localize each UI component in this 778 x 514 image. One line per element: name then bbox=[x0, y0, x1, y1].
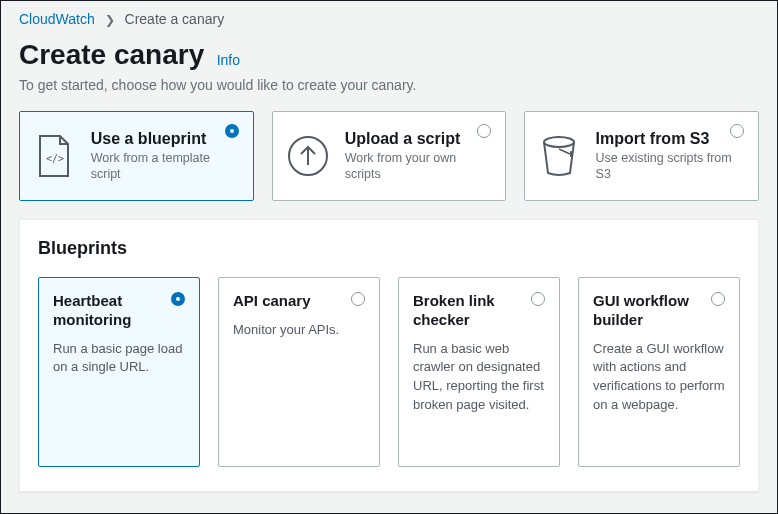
radio-icon bbox=[171, 292, 185, 306]
method-card-title: Use a blueprint bbox=[91, 130, 239, 148]
method-card-title: Import from S3 bbox=[596, 130, 744, 148]
svg-point-2 bbox=[544, 137, 574, 147]
blueprint-desc: Run a basic web crawler on designated UR… bbox=[413, 340, 545, 415]
method-card-text: Import from S3 Use existing scripts from… bbox=[596, 130, 744, 183]
upload-arrow-icon bbox=[287, 135, 329, 177]
breadcrumb-current: Create a canary bbox=[125, 11, 225, 27]
blueprint-title: GUI workflow builder bbox=[593, 292, 725, 330]
info-link[interactable]: Info bbox=[217, 52, 240, 68]
blueprint-card-api[interactable]: API canary Monitor your APIs. bbox=[218, 277, 380, 467]
page-subtitle: To get started, choose how you would lik… bbox=[19, 77, 759, 93]
blueprint-title: Broken link checker bbox=[413, 292, 545, 330]
chevron-right-icon: ❯ bbox=[105, 13, 115, 27]
blueprints-panel: Blueprints Heartbeat monitoring Run a ba… bbox=[19, 219, 759, 492]
blueprint-title: API canary bbox=[233, 292, 365, 311]
method-card-title: Upload a script bbox=[345, 130, 492, 148]
blueprint-desc: Create a GUI workflow with actions and v… bbox=[593, 340, 725, 415]
radio-icon bbox=[351, 292, 365, 306]
method-card-desc: Work from your own scripts bbox=[345, 150, 492, 183]
method-selector-row: </> Use a blueprint Work from a template… bbox=[1, 103, 777, 219]
breadcrumb-root-link[interactable]: CloudWatch bbox=[19, 11, 95, 27]
method-card-upload[interactable]: Upload a script Work from your own scrip… bbox=[272, 111, 507, 201]
blueprint-row: Heartbeat monitoring Run a basic page lo… bbox=[38, 277, 740, 467]
method-card-desc: Work from a template script bbox=[91, 150, 239, 183]
breadcrumb: CloudWatch ❯ Create a canary bbox=[1, 1, 777, 33]
blueprint-file-icon: </> bbox=[34, 135, 75, 177]
method-card-desc: Use existing scripts from S3 bbox=[596, 150, 744, 183]
method-card-import-s3[interactable]: Import from S3 Use existing scripts from… bbox=[524, 111, 759, 201]
blueprint-card-broken-link[interactable]: Broken link checker Run a basic web craw… bbox=[398, 277, 560, 467]
radio-icon bbox=[730, 124, 744, 138]
svg-text:</>: </> bbox=[46, 153, 64, 164]
method-card-blueprint[interactable]: </> Use a blueprint Work from a template… bbox=[19, 111, 254, 201]
radio-icon bbox=[225, 124, 239, 138]
blueprint-desc: Monitor your APIs. bbox=[233, 321, 365, 340]
blueprint-card-heartbeat[interactable]: Heartbeat monitoring Run a basic page lo… bbox=[38, 277, 200, 467]
method-card-text: Upload a script Work from your own scrip… bbox=[345, 130, 492, 183]
blueprint-desc: Run a basic page load on a single URL. bbox=[53, 340, 185, 378]
method-card-text: Use a blueprint Work from a template scr… bbox=[91, 130, 239, 183]
page-header: Create canary Info To get started, choos… bbox=[1, 33, 777, 103]
blueprints-heading: Blueprints bbox=[38, 238, 740, 259]
blueprint-title: Heartbeat monitoring bbox=[53, 292, 185, 330]
page-title: Create canary bbox=[19, 39, 204, 71]
blueprint-card-gui-workflow[interactable]: GUI workflow builder Create a GUI workfl… bbox=[578, 277, 740, 467]
radio-icon bbox=[531, 292, 545, 306]
radio-icon bbox=[711, 292, 725, 306]
s3-bucket-icon bbox=[539, 135, 579, 177]
